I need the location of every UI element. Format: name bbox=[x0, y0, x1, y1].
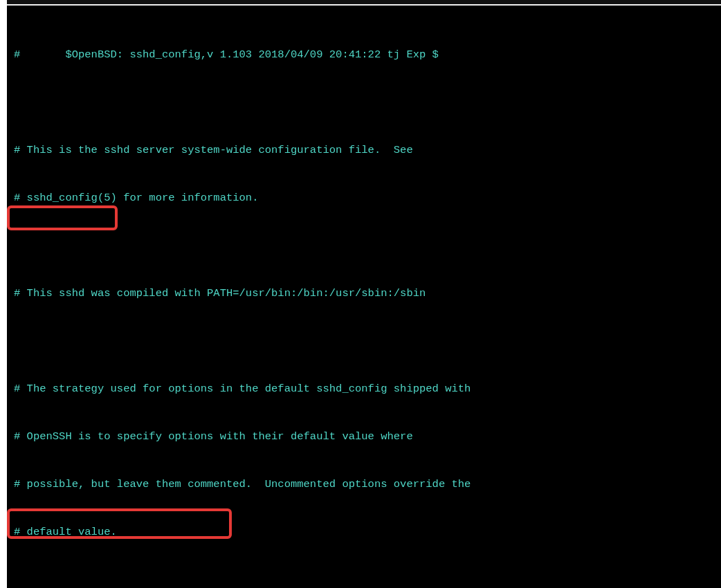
config-line: # The strategy used for options in the d… bbox=[14, 381, 721, 397]
config-line: # OpenSSH is to specify options with the… bbox=[14, 429, 721, 445]
blank-line bbox=[14, 238, 721, 254]
terminal-editor[interactable]: # $OpenBSD: sshd_config,v 1.103 2018/04/… bbox=[7, 6, 721, 588]
config-line: # default value. bbox=[14, 524, 721, 540]
config-line: # $OpenBSD: sshd_config,v 1.103 2018/04/… bbox=[14, 47, 721, 63]
screenshot-page: # $OpenBSD: sshd_config,v 1.103 2018/04/… bbox=[0, 0, 721, 588]
config-line: # sshd_config(5) for more information. bbox=[14, 190, 721, 206]
blank-line bbox=[14, 333, 721, 349]
left-margin bbox=[0, 0, 7, 588]
config-line: # possible, but leave them commented. Un… bbox=[14, 477, 721, 493]
config-line: # This sshd was compiled with PATH=/usr/… bbox=[14, 286, 721, 302]
window-title-strip bbox=[7, 0, 721, 6]
config-line: # This is the sshd server system-wide co… bbox=[14, 143, 721, 158]
blank-line bbox=[14, 95, 721, 111]
blank-line bbox=[14, 572, 721, 588]
